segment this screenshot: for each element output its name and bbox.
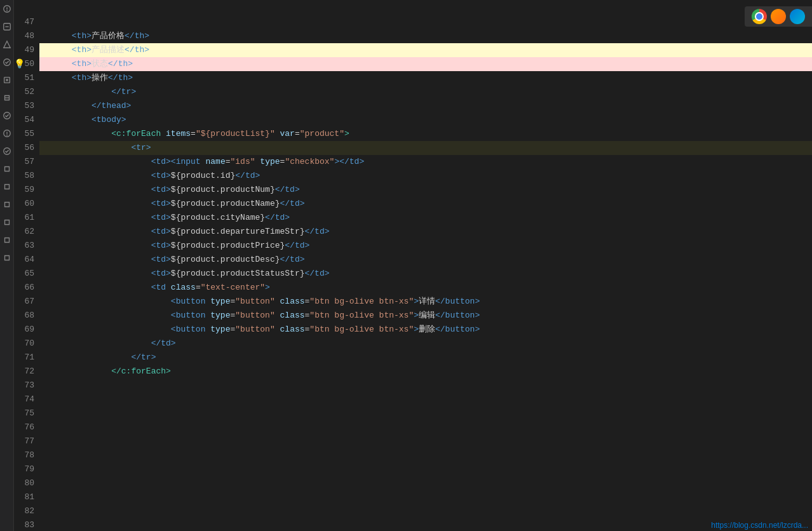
gutter-icon-7 (2, 111, 12, 121)
browser-icons-bar (745, 6, 812, 27)
code-line-50: <th>操作</th> (39, 57, 812, 71)
line-num-33: 79 (14, 462, 34, 476)
line-num-18: 64 (14, 253, 34, 267)
gutter-icon-6 (2, 93, 12, 103)
line-num-19: 65 (14, 267, 34, 281)
code-line-51: </tr> (39, 71, 812, 85)
line-num-13: 59 (14, 183, 34, 197)
line-num-28: 74 (14, 393, 34, 407)
line-num-11: 57 (14, 155, 34, 169)
gutter-icon-12 (2, 199, 12, 210)
line-num-25: 71 (14, 351, 34, 365)
line-num-12: 58 (14, 169, 34, 183)
code-line-54: <c:forEach items="${productList}" var="p… (39, 113, 812, 127)
line-numbers: 47 48 49 50 51 52 53 54 55 56 57 58 59 6… (14, 0, 39, 531)
code-line-48: <th>产品描述</th> (39, 29, 812, 43)
editor-container: 47 48 49 50 51 52 53 54 55 56 57 58 59 6… (0, 0, 812, 531)
chrome-icon (752, 9, 767, 24)
svg-point-13 (6, 135, 8, 136)
gutter-icon-11 (2, 182, 12, 192)
gutter-icon-15 (2, 253, 12, 263)
line-num-21: 67 (14, 295, 34, 309)
line-num-1: 47 (14, 15, 34, 29)
line-num-2: 48 (14, 29, 34, 43)
line-num-17: 63 (14, 239, 34, 253)
gutter-icon-4 (2, 57, 12, 67)
line-num-24: 70 (14, 337, 34, 351)
code-line-53: <tbody> (39, 99, 812, 113)
code-line-blank (39, 1, 812, 15)
line-num-15: 61 (14, 211, 34, 225)
line-num-6: 52 (14, 85, 34, 99)
bulb-icon: 💡 (14, 57, 25, 71)
line-num-35: 81 (14, 490, 34, 504)
line-num-31: 77 (14, 434, 34, 448)
line-num-16: 62 (14, 225, 34, 239)
line-num-0 (14, 1, 34, 15)
gutter-icon-3 (2, 39, 12, 50)
line-num-22: 68 (14, 309, 34, 323)
line-num-20: 66 (14, 281, 34, 295)
code-line-56: <td><input name="ids" type="checkbox"></… (39, 141, 812, 155)
gutter-icon-1 (2, 4, 12, 14)
code-line-52: </thead> (39, 85, 812, 99)
gutter-icon-2 (2, 22, 12, 32)
gutter-icon-14 (2, 235, 12, 245)
line-num-3: 49 (14, 43, 34, 57)
gutter-icon-10 (2, 164, 12, 174)
line-num-34: 80 (14, 476, 34, 490)
line-num-10: 56 (14, 141, 34, 155)
line-num-23: 69 (14, 323, 34, 337)
svg-point-2 (6, 10, 8, 11)
code-area[interactable]: <th>产品价格</th> <th>产品描述</th> <th>状态</th> … (39, 0, 812, 531)
gutter-icon-5 (2, 75, 12, 85)
line-num-5: 51 (14, 71, 34, 85)
line-num-7: 53 (14, 99, 34, 113)
line-num-37: 83 (14, 518, 34, 531)
gutter-icon-8 (2, 128, 12, 138)
code-line-47: <th>产品价格</th> (39, 15, 812, 29)
code-line-49: <th>状态</th> (39, 43, 812, 57)
line-num-9: 55 (14, 127, 34, 141)
line-num-26: 72 (14, 365, 34, 379)
line-num-32: 78 (14, 448, 34, 462)
line-num-8: 54 (14, 113, 34, 127)
line-num-29: 75 (14, 407, 34, 420)
edge-icon (790, 9, 805, 24)
line-num-27: 73 (14, 379, 34, 393)
gutter-icon-13 (2, 217, 12, 227)
gutter-icon-9 (2, 146, 12, 156)
bottom-url-bar: https://blog.csdn.net/lzcrda... (707, 520, 812, 531)
firefox-icon (771, 9, 786, 24)
line-num-14: 60 (14, 197, 34, 211)
line-num-36: 82 (14, 504, 34, 518)
left-gutter (0, 0, 14, 531)
line-num-30: 76 (14, 420, 34, 434)
bottom-url-text: https://blog.csdn.net/lzcrda... (711, 521, 808, 530)
